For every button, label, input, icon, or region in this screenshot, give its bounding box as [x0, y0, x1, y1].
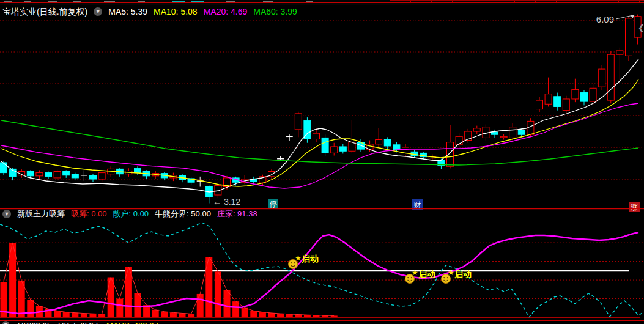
star-icon: ★: [412, 268, 418, 277]
svg-text:← 3.12: ← 3.12: [213, 197, 240, 207]
indicator-title: 新版主力吸筹: [17, 208, 65, 219]
star-icon: ★: [295, 254, 302, 262]
svg-text:6.09: 6.09: [596, 14, 614, 24]
ma20-label: MA20: 4.69: [204, 6, 248, 17]
zhuangjia-line: [0, 232, 638, 314]
svg-text:停: 停: [270, 200, 277, 208]
svg-text:启动: 启动: [301, 254, 319, 263]
stat-sanhu: 散户: 0.00: [113, 208, 149, 219]
panel-collapse-arrow[interactable]: ❮: [638, 23, 644, 33]
stock-title: 宝塔实业(日线.前复权): [2, 6, 87, 17]
chevron-down-icon[interactable]: ▼: [2, 210, 11, 218]
ma-line-MA60: [1, 120, 638, 165]
ma5-label: MA5: 5.39: [108, 6, 147, 17]
stat-niuxiong: 牛熊分界: 50.00: [155, 208, 211, 219]
stat-xichou: 吸筹: 0.00: [71, 208, 107, 219]
main-chart-header: 宝塔实业(日线.前复权) ▼ MA5: 5.39 MA10: 5.08 MA20…: [2, 6, 297, 18]
chart-canvas[interactable]: 6.09← 3.12停财涨❮★启动★启动★启动: [0, 0, 644, 324]
price-annotations: 6.09← 3.12: [213, 14, 635, 207]
candlesticks: [1, 15, 642, 204]
svg-text:启动: 启动: [418, 269, 435, 279]
chevron-down-icon[interactable]: ▼: [94, 7, 102, 16]
chevron-down-icon[interactable]: ▼: [2, 321, 9, 324]
svg-text:涨: 涨: [631, 203, 638, 212]
hp-title: HP(99.9): [18, 321, 50, 324]
svg-text:启动: 启动: [454, 269, 472, 279]
stat-zhuangjia: 庄家: 91.38: [217, 208, 257, 219]
ma-line-MA5: [1, 59, 638, 192]
hp-stat: HP: 578.97: [58, 321, 98, 324]
ma60-label: MA60: 3.99: [253, 6, 297, 17]
indicator-panel-header: ▼ 新版主力吸筹 吸筹: 0.00 散户: 0.00 牛熊分界: 50.00 庄…: [2, 209, 257, 219]
xichou-envelope-line: [4, 243, 334, 315]
ma-line-MA20: [1, 103, 638, 188]
ma10-label: MA10: 5.08: [154, 6, 198, 17]
watermarks: 停财涨: [268, 199, 640, 212]
qidong-signal: ★启动: [289, 254, 319, 269]
stock-app-window: 6.09← 3.12停财涨❮★启动★启动★启动 宝塔实业(日线.前复权) ▼ M…: [0, 0, 644, 324]
mahp-stat: MAHP: 422.97: [106, 321, 158, 324]
next-panel-header-clipped: ▼ HP(99.9) HP: 578.97 MAHP: 422.97: [0, 321, 644, 324]
svg-text:财: 财: [414, 201, 421, 209]
star-icon: ★: [448, 268, 454, 277]
